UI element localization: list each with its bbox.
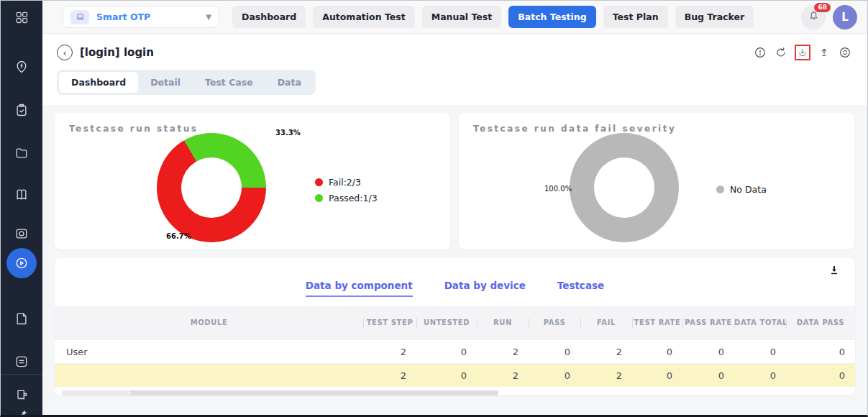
column-header: PASS RATE	[682, 306, 734, 339]
sidebar	[1, 1, 42, 415]
value-cell: 2	[477, 347, 529, 357]
chart-title: Testcase run data fail severity	[459, 113, 854, 134]
value-cell: 0	[416, 347, 477, 357]
results-table-card: Data by component Data by device Testcas…	[55, 258, 855, 395]
upload-icon[interactable]	[816, 45, 832, 60]
legend-item-no-data[interactable]: No Data	[716, 184, 767, 195]
column-header: PASS	[529, 306, 580, 339]
value-cell: 0	[734, 370, 786, 381]
value-cell: 0	[786, 347, 855, 357]
legend-item-passed[interactable]: Passed:1/3	[315, 193, 378, 203]
value-cell: 0	[682, 370, 734, 381]
chart-fail-severity: Testcase run data fail severity 100.0% N…	[459, 113, 854, 249]
column-header: FAIL	[580, 306, 632, 339]
no-data-dot-icon	[716, 185, 724, 193]
chart-title: Testcase run status	[55, 113, 450, 134]
page-title: [login] login	[80, 46, 154, 59]
value-cell: 0	[632, 347, 682, 357]
main-area: Smart OTP ▼ Dashboard Automation Test Ma…	[42, 1, 867, 415]
book-open-icon[interactable]	[13, 186, 30, 203]
file-icon[interactable]	[13, 310, 30, 327]
nav-test-plan[interactable]: Test Plan	[603, 6, 668, 28]
column-header: DATA TOTAL	[734, 306, 786, 339]
table-download-icon[interactable]	[826, 262, 842, 278]
nav-manual-test[interactable]: Manual Test	[422, 6, 502, 28]
column-header: RUN	[477, 306, 529, 339]
app-window: Smart OTP ▼ Dashboard Automation Test Ma…	[0, 0, 868, 417]
pct-passed: 33.3%	[275, 129, 301, 137]
apps-grid-icon[interactable]	[13, 9, 30, 26]
horizontal-scrollbar[interactable]	[62, 390, 498, 395]
value-cell: 2	[363, 370, 416, 381]
value-cell: 0	[682, 347, 734, 357]
note-pen-icon[interactable]	[13, 387, 30, 404]
nav-batch-testing[interactable]: Batch Testing	[508, 6, 596, 28]
column-header: TEST STEP	[363, 306, 416, 339]
pct-no-data: 100.0%	[544, 185, 572, 193]
value-cell: 0	[416, 370, 477, 381]
tab-data[interactable]: Data	[265, 72, 314, 93]
value-cell: 2	[363, 347, 416, 357]
chevron-down-icon: ▼	[206, 13, 211, 21]
value-cell: 0	[734, 347, 786, 357]
project-name: Smart OTP	[96, 12, 198, 22]
tab-data-by-component[interactable]: Data by component	[306, 280, 413, 297]
top-nav: Dashboard Automation Test Manual Test Ba…	[232, 6, 754, 28]
table-header: MODULETEST STEPUNTESTEDRUNPASSFAILTEST R…	[55, 306, 855, 339]
table-tabs: Data by component Data by device Testcas…	[55, 280, 855, 297]
dashboard-content: Testcase run status 33.3% 66.7% Fail:2/3…	[42, 105, 867, 417]
clipboard-check-icon[interactable]	[13, 101, 30, 119]
project-selector[interactable]: Smart OTP ▼	[63, 6, 219, 28]
topbar: Smart OTP ▼ Dashboard Automation Test Ma…	[42, 1, 867, 34]
page-header: ‹ [login] login	[42, 34, 867, 60]
pct-fail: 66.7%	[166, 232, 191, 240]
location-pin-icon[interactable]	[13, 58, 30, 75]
laptop-icon	[70, 10, 89, 24]
scrollbar-thumb[interactable]	[62, 390, 131, 395]
magic-wand-icon[interactable]	[13, 407, 30, 417]
notification-badge: 68	[814, 3, 831, 12]
donut-run-status[interactable]	[157, 133, 266, 242]
value-cell: 2	[477, 370, 529, 381]
refresh-icon[interactable]	[773, 45, 789, 60]
column-header: UNTESTED	[416, 306, 477, 339]
value-cell: 0	[529, 347, 580, 357]
value-cell: 2	[580, 347, 632, 357]
nav-bug-tracker[interactable]: Bug Tracker	[675, 6, 754, 28]
value-cell: 0	[786, 370, 855, 381]
tab-testcase[interactable]: Testcase	[557, 280, 604, 297]
page-tabs: Dashboard Detail Test Case Data	[42, 60, 867, 95]
tab-test-case[interactable]: Test Case	[193, 72, 265, 93]
sidebar-divider	[1, 374, 42, 375]
value-cell: 0	[632, 370, 682, 381]
back-button[interactable]: ‹	[57, 45, 73, 60]
monitor-icon[interactable]	[13, 225, 30, 242]
list-box-icon[interactable]	[13, 353, 30, 370]
page-actions	[752, 45, 853, 60]
table-row[interactable]: User202020000	[55, 339, 855, 363]
passed-dot-icon	[315, 194, 323, 202]
value-cell: 0	[529, 370, 580, 381]
donut-fail-severity[interactable]	[570, 133, 679, 242]
record-run-icon[interactable]	[6, 248, 37, 278]
tab-detail[interactable]: Detail	[138, 72, 193, 93]
notifications-button[interactable]: 68	[801, 5, 826, 29]
fail-dot-icon	[315, 178, 323, 186]
legend-item-fail[interactable]: Fail:2/3	[315, 177, 378, 188]
value-cell: 2	[580, 370, 632, 381]
column-header: DATA PASS	[786, 306, 855, 339]
folder-icon[interactable]	[13, 145, 30, 162]
sync-icon[interactable]	[837, 45, 853, 60]
legend-fail-severity: No Data	[716, 184, 767, 195]
chart-testcase-run-status: Testcase run status 33.3% 66.7% Fail:2/3…	[55, 113, 450, 249]
nav-dashboard[interactable]: Dashboard	[232, 6, 306, 28]
tab-dashboard[interactable]: Dashboard	[59, 72, 138, 93]
nav-automation-test[interactable]: Automation Test	[313, 6, 414, 28]
download-icon[interactable]	[795, 45, 810, 60]
user-avatar[interactable]: L	[833, 5, 857, 29]
table-body: User202020000202020000	[55, 339, 855, 387]
summary-row[interactable]: 202020000	[55, 363, 855, 387]
tab-data-by-device[interactable]: Data by device	[444, 280, 526, 297]
legend-run-status: Fail:2/3 Passed:1/3	[315, 177, 378, 203]
info-icon[interactable]	[752, 45, 768, 60]
